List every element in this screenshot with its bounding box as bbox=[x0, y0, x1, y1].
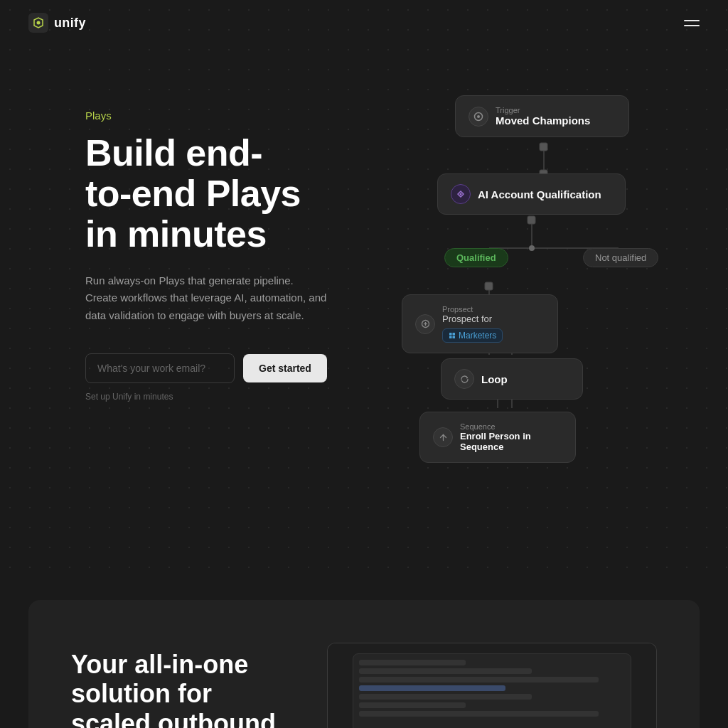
mock-row-7 bbox=[359, 711, 599, 717]
hamburger-line-1 bbox=[684, 20, 700, 21]
svg-rect-6 bbox=[528, 216, 535, 224]
cta-row: Get started bbox=[85, 353, 370, 383]
trigger-label: Trigger bbox=[496, 106, 590, 114]
sequence-card-text: Sequence Enroll Person in Sequence bbox=[460, 422, 562, 452]
svg-point-1 bbox=[37, 21, 41, 25]
sequence-title: Enroll Person in Sequence bbox=[460, 431, 562, 452]
marketers-icon bbox=[449, 332, 456, 339]
workflow-connectors bbox=[398, 95, 697, 465]
hero-left-content: Plays Build end- to-end Plays in minutes… bbox=[85, 88, 370, 402]
workflow-container: Trigger Moved Champions AI Account Quali… bbox=[398, 95, 697, 465]
mock-row-5 bbox=[359, 694, 532, 700]
mock-row-4 bbox=[359, 685, 505, 691]
trigger-card-text: Trigger Moved Champions bbox=[496, 106, 590, 127]
unify-logo-icon bbox=[28, 13, 48, 33]
screenshot-inner bbox=[328, 643, 656, 728]
hamburger-menu[interactable] bbox=[684, 20, 700, 26]
email-input[interactable] bbox=[85, 353, 235, 383]
svg-rect-30 bbox=[453, 336, 456, 339]
trigger-card: Trigger Moved Champions bbox=[455, 95, 629, 137]
prospect-card-text: Propsect Prospect for Marketers bbox=[442, 305, 545, 343]
hamburger-line-2 bbox=[684, 25, 700, 26]
svg-rect-28 bbox=[453, 333, 456, 336]
hero-title-line2: to-end Plays bbox=[85, 173, 301, 214]
second-right bbox=[327, 643, 657, 728]
loop-card: Loop bbox=[441, 358, 583, 400]
second-left: Your all-in-one solution for scaled outb… bbox=[71, 643, 299, 728]
navigation: unify bbox=[0, 0, 728, 46]
sequence-icon bbox=[433, 427, 453, 447]
prospect-card-row: Propsect Prospect for Marketers bbox=[415, 305, 545, 343]
loop-card-row: Loop bbox=[454, 369, 569, 389]
marketers-label: Marketers bbox=[459, 331, 496, 341]
second-title: Your all-in-one solution for scaled outb… bbox=[71, 650, 299, 728]
prospect-icon bbox=[415, 314, 435, 334]
qualified-badge: Qualified bbox=[444, 248, 508, 267]
svg-point-23 bbox=[460, 193, 462, 196]
logo[interactable]: unify bbox=[28, 13, 86, 33]
sequence-label: Sequence bbox=[460, 422, 562, 431]
loop-title: Loop bbox=[481, 373, 508, 385]
trigger-card-row: Trigger Moved Champions bbox=[469, 106, 616, 127]
get-started-button[interactable]: Get started bbox=[243, 354, 327, 382]
hero-section: Plays Build end- to-end Plays in minutes… bbox=[0, 46, 728, 600]
prospect-label: Propsect bbox=[442, 305, 545, 314]
second-title-line3: scaled outbound bbox=[71, 709, 276, 728]
svg-rect-3 bbox=[540, 143, 547, 151]
prospect-card: Propsect Prospect for Marketers bbox=[402, 294, 558, 353]
loop-icon bbox=[454, 369, 474, 389]
hero-right-diagram: Trigger Moved Champions AI Account Quali… bbox=[398, 88, 700, 465]
ai-card-title: AI Account Qualification bbox=[478, 188, 601, 200]
screenshot-placeholder bbox=[327, 643, 657, 728]
sequence-card-row: Sequence Enroll Person in Sequence bbox=[433, 422, 562, 452]
mock-row-1 bbox=[359, 660, 466, 665]
svg-rect-29 bbox=[449, 336, 452, 339]
logo-text: unify bbox=[54, 16, 86, 31]
svg-point-22 bbox=[477, 115, 480, 118]
prospect-title-row: Prospect for Marketers bbox=[442, 314, 545, 343]
setup-hint: Set up Unify in minutes bbox=[85, 392, 370, 402]
second-title-line1: Your all-in-one bbox=[71, 650, 248, 679]
screenshot-mock bbox=[353, 653, 632, 728]
svg-rect-12 bbox=[485, 282, 493, 290]
svg-point-10 bbox=[529, 245, 535, 251]
hero-description: Run always-on Plays that generate pipeli… bbox=[85, 272, 327, 325]
sequence-card: Sequence Enroll Person in Sequence bbox=[419, 412, 576, 463]
hero-title-line1: Build end- bbox=[85, 132, 262, 173]
trigger-title: Moved Champions bbox=[496, 114, 590, 127]
plays-label: Plays bbox=[85, 109, 370, 122]
mock-row-6 bbox=[359, 702, 466, 708]
second-title-line2: solution for bbox=[71, 679, 212, 708]
not-qualified-badge: Not qualified bbox=[583, 248, 658, 267]
svg-rect-27 bbox=[449, 333, 452, 336]
prospect-for-text: Prospect for bbox=[442, 314, 492, 324]
ai-card-row: AI Account Qualification bbox=[451, 184, 612, 204]
mock-row-2 bbox=[359, 668, 532, 674]
marketers-tag: Marketers bbox=[442, 328, 503, 343]
ai-card: AI Account Qualification bbox=[437, 173, 626, 215]
mock-row-3 bbox=[359, 677, 599, 682]
hero-title-line3: in minutes bbox=[85, 213, 267, 255]
second-section: Your all-in-one solution for scaled outb… bbox=[28, 600, 700, 728]
trigger-icon bbox=[469, 107, 488, 127]
ai-icon bbox=[451, 184, 471, 204]
hero-title: Build end- to-end Plays in minutes bbox=[85, 133, 370, 255]
